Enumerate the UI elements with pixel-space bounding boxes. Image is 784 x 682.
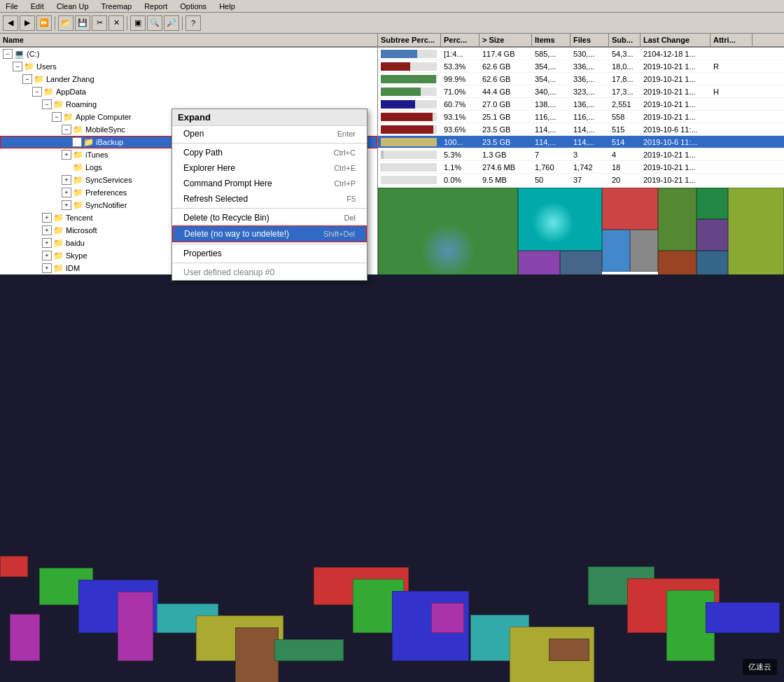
tree-expand-btn[interactable]: − [3,49,13,59]
toolbar-btn-delete[interactable]: ✕ [108,15,124,31]
files-cell: 37 [570,176,609,184]
tree-expand-btn[interactable]: − [32,87,42,97]
viz-block [696,251,728,274]
data-row[interactable]: 93.1% 25.1 GB 116,... 116,... 558 2019-1… [378,111,784,123]
data-area: −💻(C:)−📁Users−📁Lander Zhang−📁AppData−📁Ro… [0,48,784,274]
sub-cell: 515 [609,125,640,134]
last-cell: 2019-10-6 11:... [640,138,710,146]
last-cell: 2019-10-21 1... [640,100,710,109]
tree-expand-btn[interactable]: + [62,200,71,210]
context-menu-item[interactable]: Delete (to Recycle Bin)Del [172,210,367,225]
perc-bar-container [381,113,437,121]
data-row[interactable]: 71.0% 44.4 GB 340,... 323,... 17,3... 20… [378,85,784,98]
tree-label: Tencent [66,214,93,222]
context-menu-header: Expand [172,109,367,126]
data-row[interactable]: 1.1% 274.6 MB 1,760 1,742 18 2019-10-21 … [378,161,784,174]
tree-expand-btn[interactable]: − [22,74,32,84]
tree-row[interactable]: −📁Lander Zhang [0,73,377,85]
context-menu-item[interactable]: Properties [172,246,367,261]
tree-expand-btn[interactable]: + [62,188,71,197]
files-cell: 136,... [570,100,609,109]
menu-report[interactable]: Report [141,2,170,11]
data-row[interactable]: [1:4... 117.4 GB 585,... 530,... 54,3...… [378,48,784,60]
toolbar-btn-help[interactable]: ? [186,15,201,31]
context-menu-item[interactable]: OpenEnter [172,126,367,141]
toolbar-btn-skip[interactable]: ⏩ [36,15,52,31]
cm-item-shortcut: Enter [337,130,356,138]
toolbar-btn-save[interactable]: 💾 [75,15,90,31]
context-menu-separator [172,208,367,209]
data-row[interactable]: 5.3% 1.3 GB 7 3 4 2019-10-21 1... [378,148,784,161]
menu-file[interactable]: File [3,2,21,11]
cm-item-label: User defined cleanup #0 [183,267,274,277]
tree-expand-btn[interactable]: + [42,263,52,273]
col-header-size[interactable]: > Size [479,34,532,46]
tree-expand-btn[interactable]: + [62,150,71,160]
tree-row[interactable]: −💻(C:) [0,48,377,60]
toolbar-sep-1 [55,16,55,30]
col-header-files[interactable]: Files [570,34,609,46]
toolbar-btn-zoom[interactable]: 🔍 [147,15,162,31]
size-cell: 274.6 MB [479,163,532,172]
sub-cell: 4 [609,151,640,159]
tree-expand-btn[interactable]: − [13,62,22,71]
menu-treemap[interactable]: Treemap [99,2,135,11]
perc-bar [381,113,433,121]
context-menu-item[interactable]: Command Prompt HereCtrl+P [172,176,367,191]
col-header-attr[interactable]: Attri... [710,34,752,46]
items-cell: 114,... [532,125,570,134]
col-header-subtree[interactable]: Subtree Perc... [378,34,441,46]
tree-expand-btn[interactable]: − [42,99,52,109]
tree-expand-btn[interactable]: − [62,125,71,134]
sub-cell: 54,3... [609,50,640,58]
context-menu-item[interactable]: Explorer HereCtrl+E [172,160,367,176]
menu-edit[interactable]: Edit [28,2,47,11]
folder-icon: 📁 [83,137,94,147]
context-menu-item[interactable]: Delete (no way to undelete!)Shift+Del [172,225,367,242]
context-menu-item[interactable]: Refresh SelectedF5 [172,191,367,207]
viz-block [658,188,696,251]
tree-label: MobileSync [85,125,125,134]
toolbar-btn-open[interactable]: 📂 [58,15,74,31]
data-row[interactable]: 60.7% 27.0 GB 138,... 136,... 2,551 2019… [378,98,784,111]
context-menu-item[interactable]: Copy PathCtrl+C [172,145,367,160]
tree-label: iBackup [96,138,123,146]
col-header-name[interactable]: Name [0,34,378,46]
col-header-items[interactable]: Items [532,34,570,46]
tree-row[interactable]: −📁AppData [0,85,377,98]
tree-expand-btn[interactable]: + [72,137,82,147]
col-header-sub[interactable]: Sub... [609,34,640,46]
menu-help[interactable]: Help [216,2,238,11]
last-cell: 2019-10-21 1... [640,163,710,172]
menu-cleanup[interactable]: Clean Up [54,2,92,11]
col-header-perc[interactable]: Perc... [441,34,479,46]
menu-options[interactable]: Options [177,2,209,11]
data-row[interactable]: 100... 23.5 GB 114,... 114,... 514 2019-… [378,136,784,148]
perc-cell: 100... [441,138,479,146]
toolbar-btn-zoom2[interactable]: 🔎 [164,15,179,31]
tree-expand-btn[interactable]: + [42,213,52,223]
context-menu: ExpandOpenEnterCopy PathCtrl+CExplorer H… [172,109,368,281]
toolbar-btn-window[interactable]: ▣ [130,15,146,31]
data-row[interactable]: 93.6% 23.5 GB 114,... 114,... 515 2019-1… [378,123,784,136]
perc-cell: 93.6% [441,125,479,134]
perc-bar-container [381,50,437,58]
data-row[interactable]: 0.0% 9.5 MB 50 37 20 2019-10-21 1... [378,174,784,186]
tree-label: Logs [85,163,102,172]
toolbar-btn-next[interactable]: ▶ [20,15,35,31]
data-row[interactable]: 99.9% 62.6 GB 354,... 336,... 17,8... 20… [378,73,784,85]
cm-item-label: Refresh Selected [183,194,248,204]
items-cell: 116,... [532,113,570,121]
tree-expand-btn[interactable]: + [42,225,52,235]
tree-expand-btn[interactable]: + [42,238,52,248]
tree-expand-btn[interactable]: + [62,175,71,185]
col-header-last[interactable]: Last Change [640,34,710,46]
toolbar-btn-cut[interactable]: ✂ [92,15,107,31]
tree-expand-btn[interactable]: + [42,251,52,260]
viz-block [518,188,602,251]
perc-cell: 71.0% [441,88,479,96]
data-row[interactable]: 53.3% 62.6 GB 354,... 336,... 18,0... 20… [378,60,784,73]
toolbar-btn-prev[interactable]: ◀ [3,15,18,31]
tree-row[interactable]: −📁Users [0,60,377,73]
tree-expand-btn[interactable]: − [52,112,62,122]
